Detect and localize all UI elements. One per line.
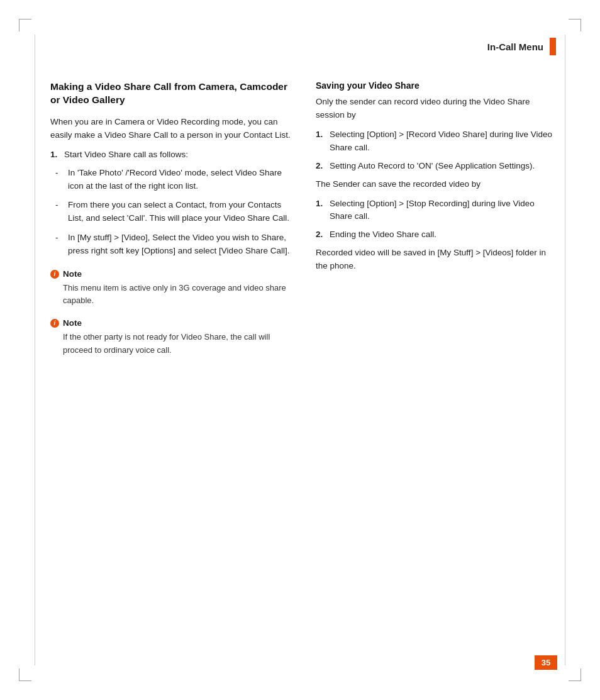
bullet-text-1: From there you can select a Contact, fro… <box>68 199 291 225</box>
corner-top-left <box>19 19 31 31</box>
step1-item: 1. Start Video Share call as follows: <box>50 148 291 162</box>
bullet-item-1: - From there you can select a Contact, f… <box>55 199 291 225</box>
note-icon-1: i <box>50 270 59 279</box>
bullet-dash-2: - <box>55 231 64 258</box>
note-label-1: Note <box>63 269 82 279</box>
note-body-1: This menu item is active only in 3G cove… <box>63 282 291 307</box>
bullet-item-0: - In 'Take Photo' /'Record Video' mode, … <box>55 167 291 193</box>
note-block-2: i Note If the other party is not ready f… <box>50 318 291 356</box>
save-step-1: 1. Selecting [Option] > [Record Video Sh… <box>316 128 556 155</box>
content-columns: Making a Video Share Call from Camera, C… <box>50 81 556 363</box>
save-step-2-text: Setting Auto Record to 'ON' (See Applica… <box>330 160 556 173</box>
left-section-heading: Making a Video Share Call from Camera, C… <box>50 81 291 107</box>
page-number-container: 35 <box>535 655 557 670</box>
sender-step-1: 1. Selecting [Option] > [Stop Recording]… <box>316 197 556 224</box>
note-body-2: If the other party is not ready for Vide… <box>63 331 291 356</box>
sender-step-2-num: 2. <box>316 228 327 242</box>
bullet-text-2: In [My stuff] > [Video], Select the Vide… <box>68 231 291 258</box>
bullet-list: - In 'Take Photo' /'Record Video' mode, … <box>55 167 291 258</box>
left-side-line <box>35 35 35 665</box>
page-header: In-Call Menu <box>50 38 556 55</box>
bullet-dash-0: - <box>55 167 64 193</box>
note-block-1: i Note This menu item is active only in … <box>50 269 291 307</box>
save-step-1-text: Selecting [Option] > [Record Video Share… <box>330 128 556 155</box>
note-label-2: Note <box>63 318 82 328</box>
note-icon-2: i <box>50 319 59 328</box>
corner-bottom-right <box>569 669 581 681</box>
recorded-video-note: Recorded video will be saved in [My Stuf… <box>316 247 556 273</box>
bullet-dash-1: - <box>55 199 64 225</box>
right-intro-text: Only the sender can record video during … <box>316 96 556 122</box>
sender-step-2: 2. Ending the Video Share call. <box>316 228 556 242</box>
note-title-1: i Note <box>50 269 291 279</box>
page-container: In-Call Menu Making a Video Share Call f… <box>0 0 600 700</box>
bullet-item-2: - In [My stuff] > [Video], Select the Vi… <box>55 231 291 258</box>
save-step-2-num: 2. <box>316 160 327 173</box>
sender-step-2-text: Ending the Video Share call. <box>330 228 556 242</box>
page-number: 35 <box>535 655 557 670</box>
sender-step-1-num: 1. <box>316 197 327 224</box>
step1-num: 1. <box>50 148 62 162</box>
right-section-heading: Saving your Video Share <box>316 81 556 91</box>
note-title-2: i Note <box>50 318 291 328</box>
right-side-line <box>565 35 565 665</box>
corner-bottom-left <box>19 669 31 681</box>
bullet-text-0: In 'Take Photo' /'Record Video' mode, se… <box>68 167 291 193</box>
right-column: Saving your Video Share Only the sender … <box>316 81 556 363</box>
sender-step-1-text: Selecting [Option] > [Stop Recording] du… <box>330 197 556 224</box>
save-step-1-num: 1. <box>316 128 327 155</box>
left-intro-text: When you are in Camera or Video Recordin… <box>50 116 291 142</box>
page-title: In-Call Menu <box>487 42 543 52</box>
orange-bar-decoration <box>550 38 556 55</box>
step1-text: Start Video Share call as follows: <box>64 148 291 162</box>
corner-top-right <box>569 19 581 31</box>
save-step-2: 2. Setting Auto Record to 'ON' (See Appl… <box>316 160 556 173</box>
sender-save-intro: The Sender can save the recorded video b… <box>316 178 556 191</box>
left-column: Making a Video Share Call from Camera, C… <box>50 81 291 363</box>
